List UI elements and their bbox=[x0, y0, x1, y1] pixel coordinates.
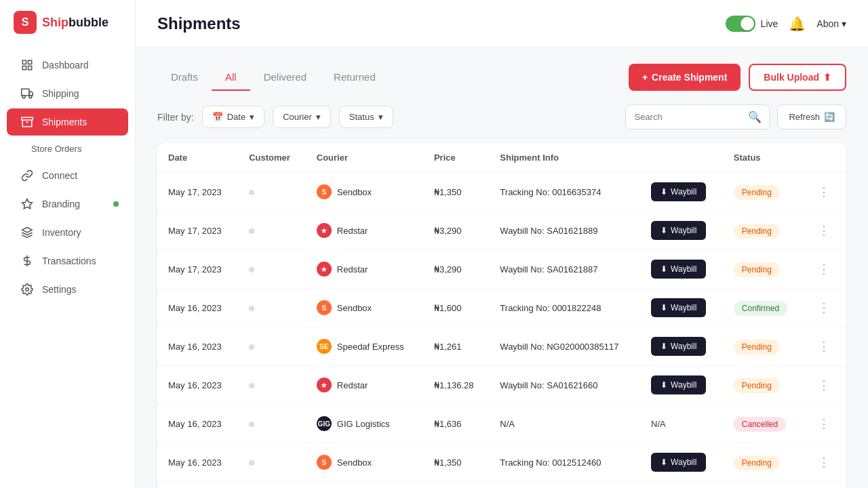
svg-rect-0 bbox=[22, 60, 26, 64]
more-options-button[interactable]: ⋮ bbox=[815, 375, 833, 395]
cell-price: ₦3,290 bbox=[423, 250, 489, 289]
cell-date: May 17, 2023 bbox=[157, 211, 238, 250]
more-options-button[interactable]: ⋮ bbox=[815, 298, 833, 318]
live-toggle[interactable]: Live bbox=[726, 16, 778, 32]
user-menu-button[interactable]: Abon ▾ bbox=[816, 18, 846, 29]
user-name: Abon bbox=[816, 18, 839, 29]
more-options-button[interactable]: ⋮ bbox=[815, 220, 833, 241]
chevron-down-icon: ▾ bbox=[378, 112, 383, 122]
logo: S Shipbubble bbox=[0, 11, 135, 50]
filter-right: 🔍 Refresh 🔄 bbox=[625, 104, 846, 129]
courier-name: Sendbox bbox=[337, 187, 372, 197]
page-title: Shipments bbox=[157, 14, 241, 33]
cell-status: Pending bbox=[723, 366, 804, 405]
cell-shipment-info: Tracking No: 0016635374 bbox=[489, 173, 640, 211]
sidebar-item-label: Inventory bbox=[42, 227, 81, 238]
cell-courier: S Sendbox bbox=[306, 289, 423, 327]
sidebar-item-store-orders[interactable]: Store Orders bbox=[7, 137, 128, 161]
sidebar-item-label: Transactions bbox=[42, 256, 96, 266]
waybill-button[interactable]: ⬇ Waybill bbox=[651, 337, 706, 356]
courier-filter-button[interactable]: Courier ▾ bbox=[273, 106, 331, 128]
cell-customer bbox=[238, 173, 306, 211]
cell-customer bbox=[238, 327, 306, 366]
status-filter-button[interactable]: Status ▾ bbox=[339, 106, 393, 128]
tab-returned[interactable]: Returned bbox=[320, 64, 389, 91]
download-icon: ⬇ bbox=[660, 303, 667, 312]
sidebar-item-label: Shipments bbox=[42, 117, 87, 127]
cell-more: ⋮ bbox=[804, 211, 846, 250]
star-icon bbox=[20, 197, 34, 211]
svg-marker-11 bbox=[22, 228, 33, 233]
more-options-button[interactable]: ⋮ bbox=[815, 182, 833, 202]
sidebar-item-branding[interactable]: Branding bbox=[7, 190, 128, 218]
courier-logo-icon: SE bbox=[317, 339, 332, 354]
cell-more: ⋮ bbox=[804, 482, 846, 489]
cell-courier: GIG GIG Logistics bbox=[306, 405, 423, 443]
table-row: May 17, 2023 ★ Redstar ₦3,290 Waybill No… bbox=[157, 250, 846, 289]
cell-courier: ★ Redstar bbox=[306, 250, 423, 289]
sidebar-item-label: Branding bbox=[42, 199, 80, 209]
cell-shipment-info: Tracking No: 0012512460 bbox=[489, 443, 640, 482]
cell-price: ₦1,636 bbox=[423, 405, 489, 443]
courier-logo-icon: S bbox=[317, 300, 332, 315]
sidebar-item-shipping[interactable]: Shipping bbox=[7, 80, 128, 107]
table-row: May 16, 2023 ★ Redstar ₦1,136.28 Waybill… bbox=[157, 366, 846, 405]
svg-point-6 bbox=[22, 96, 25, 98]
waybill-button[interactable]: ⬇ Waybill bbox=[651, 298, 706, 317]
cell-waybill: ⬇ Waybill bbox=[640, 327, 723, 366]
create-shipment-button[interactable]: + Create Shipment bbox=[629, 64, 741, 91]
bulk-upload-button[interactable]: Bulk Upload ⬆ bbox=[749, 64, 846, 91]
link-icon bbox=[20, 169, 34, 182]
sidebar-item-inventory[interactable]: Inventory bbox=[7, 219, 128, 246]
search-input[interactable] bbox=[634, 112, 743, 122]
waybill-button[interactable]: ⬇ Waybill bbox=[651, 375, 706, 394]
chevron-down-icon: ▾ bbox=[316, 112, 321, 122]
waybill-button[interactable]: ⬇ Waybill bbox=[651, 453, 706, 472]
sidebar-item-label: Store Orders bbox=[31, 144, 81, 154]
tab-drafts[interactable]: Drafts bbox=[157, 64, 212, 91]
cell-more: ⋮ bbox=[804, 173, 846, 211]
tab-delivered[interactable]: Delivered bbox=[250, 64, 320, 91]
courier-name: Sendbox bbox=[337, 303, 372, 313]
col-customer: Customer bbox=[238, 143, 306, 173]
courier-logo-icon: ★ bbox=[317, 262, 332, 277]
cell-date: May 16, 2023 bbox=[157, 443, 238, 482]
sidebar-item-label: Settings bbox=[42, 284, 77, 295]
refresh-button[interactable]: Refresh 🔄 bbox=[777, 104, 846, 129]
download-icon: ⬇ bbox=[660, 342, 667, 351]
tab-all[interactable]: All bbox=[212, 64, 250, 91]
sidebar-item-transactions[interactable]: Transactions bbox=[7, 247, 128, 274]
cell-shipment-info: Waybill No: SA01621660 bbox=[489, 366, 640, 405]
more-options-button[interactable]: ⋮ bbox=[815, 336, 833, 357]
sidebar-item-dashboard[interactable]: Dashboard bbox=[7, 52, 128, 79]
date-filter-button[interactable]: 📅 Date ▾ bbox=[202, 106, 264, 128]
table-row: May 16, 2023 GIG GIG Logistics ₦1,636 N/… bbox=[157, 405, 846, 443]
cell-shipment-info: Waybill No: SA01621887 bbox=[489, 250, 640, 289]
courier-logo-icon: S bbox=[317, 455, 332, 470]
notification-bell-icon[interactable]: 🔔 bbox=[789, 16, 806, 32]
waybill-button[interactable]: ⬇ Waybill bbox=[651, 260, 706, 279]
waybill-button[interactable]: ⬇ Waybill bbox=[651, 221, 706, 240]
svg-rect-3 bbox=[28, 66, 32, 70]
more-options-button[interactable]: ⋮ bbox=[815, 413, 833, 434]
cell-shipment-info: Waybill No: SA01621889 bbox=[489, 211, 640, 250]
status-badge: Pending bbox=[734, 378, 780, 393]
cell-waybill: ⬇ Waybill bbox=[640, 443, 723, 482]
status-badge: Pending bbox=[734, 262, 780, 277]
more-options-button[interactable]: ⋮ bbox=[815, 259, 833, 279]
table-row: May 17, 2023 S Sendbox ₦1,350 Tracking N… bbox=[157, 173, 846, 211]
cell-price: ₦1,261 bbox=[423, 327, 489, 366]
cell-shipment-info: Waybill No: NG020000385117 bbox=[489, 327, 640, 366]
upload-icon: ⬆ bbox=[823, 72, 831, 83]
svg-rect-4 bbox=[22, 89, 29, 96]
more-options-button[interactable]: ⋮ bbox=[815, 452, 833, 472]
settings-icon bbox=[20, 283, 34, 296]
col-date: Date bbox=[157, 143, 238, 173]
sidebar-item-connect[interactable]: Connect bbox=[7, 162, 128, 189]
sidebar-item-settings[interactable]: Settings bbox=[7, 276, 128, 303]
waybill-button[interactable]: ⬇ Waybill bbox=[651, 182, 706, 201]
toggle-switch[interactable] bbox=[726, 16, 755, 32]
courier-name: Redstar bbox=[337, 380, 368, 390]
sidebar-item-shipments[interactable]: Shipments bbox=[7, 108, 128, 136]
cell-date: May 16, 2023 bbox=[157, 482, 238, 489]
